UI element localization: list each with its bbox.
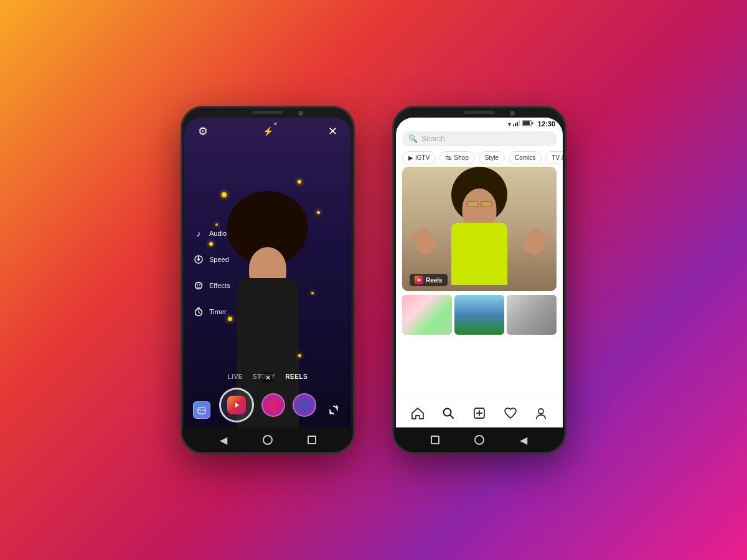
glass-right (481, 201, 492, 207)
right-nav-recent-button[interactable] (430, 434, 441, 446)
svg-line-23 (450, 415, 453, 418)
effect-button-1[interactable] (261, 393, 285, 417)
right-phone: ▾ 12:30 🔍 Search (392, 106, 566, 454)
flip-camera-button[interactable] (325, 401, 342, 419)
svg-rect-18 (519, 120, 520, 126)
sparkle-6 (298, 354, 301, 357)
chip-shop[interactable]: 🛍 Shop (439, 151, 474, 164)
chip-style[interactable]: Style (479, 151, 505, 164)
svg-point-11 (199, 409, 200, 410)
nav-search-icon[interactable] (438, 403, 458, 423)
left-phone-screen: ⚙ ⚡ ✕ ✕ ♪ Audio (184, 118, 351, 427)
sparkle-8 (215, 223, 218, 226)
nav-profile-icon[interactable] (531, 403, 551, 423)
thumbnail-couple[interactable] (454, 295, 504, 335)
flash-off-icon: ✕ (273, 121, 278, 127)
svg-rect-15 (513, 124, 514, 126)
settings-button[interactable]: ⚙ (194, 123, 212, 140)
status-icons: ▾ 12:30 (508, 120, 555, 128)
thumbnail-flowers[interactable] (402, 295, 452, 335)
speed-icon (192, 253, 205, 266)
right-phone-camera-dot (510, 111, 515, 116)
speed-label: Speed (209, 256, 229, 263)
svg-marker-13 (336, 405, 339, 408)
timer-label: Timer (209, 308, 227, 315)
capture-close-badge[interactable]: ✕ (261, 371, 274, 384)
right-nav-home-button[interactable] (474, 434, 485, 446)
sparkle-1 (222, 192, 227, 197)
nav-activity-icon[interactable] (500, 403, 520, 423)
svg-rect-10 (198, 408, 205, 414)
nav-home-icon[interactable] (408, 403, 428, 423)
camera-bottom-controls: LIVE STORY REELS ✕ (184, 371, 351, 427)
search-placeholder: Search (421, 134, 445, 143)
effects-icon (192, 279, 205, 292)
svg-rect-20 (532, 123, 533, 124)
search-icon: 🔍 (408, 134, 418, 143)
thumbnail-skate[interactable] (507, 295, 557, 335)
close-icon: ✕ (328, 124, 337, 138)
svg-point-4 (197, 284, 198, 286)
chip-igtv[interactable]: ▶ IGTV (402, 151, 436, 164)
camera-top-bar: ⚙ ⚡ ✕ ✕ (184, 123, 351, 140)
left-phone: ⚙ ⚡ ✕ ✕ ♪ Audio (181, 106, 355, 454)
right-nav-back-button[interactable]: ◀ (518, 434, 529, 446)
nav-back-button[interactable]: ◀ (218, 434, 229, 446)
mode-live[interactable]: LIVE (228, 373, 243, 380)
svg-rect-16 (515, 123, 516, 126)
close-camera-button[interactable]: ✕ (324, 123, 341, 140)
man-shirt (451, 223, 507, 285)
bottom-nav-bar (396, 398, 563, 427)
nav-home-button[interactable] (262, 434, 273, 446)
settings-icon: ⚙ (198, 124, 208, 138)
effect-button-2[interactable] (293, 393, 316, 417)
video-content (402, 167, 557, 291)
nav-create-icon[interactable] (469, 403, 489, 423)
audio-label: Audio (209, 230, 227, 237)
reels-badge-text: Reels (426, 277, 443, 284)
right-phone-nav-bar: ◀ (394, 427, 565, 452)
sparkle-4 (311, 292, 314, 294)
svg-point-27 (538, 409, 543, 414)
right-phone-speaker (464, 111, 495, 114)
svg-point-5 (199, 284, 200, 286)
glass-left (467, 201, 478, 207)
capture-button[interactable] (219, 388, 254, 422)
flash-icon: ⚡ (263, 126, 273, 136)
chip-igtv-label: IGTV (415, 154, 430, 161)
svg-point-3 (195, 282, 202, 289)
flash-button[interactable]: ⚡ ✕ (259, 123, 276, 140)
effects-control[interactable]: Effects (192, 279, 230, 292)
reels-badge-icon: ▶ (415, 276, 423, 284)
svg-rect-21 (523, 121, 530, 125)
timer-control[interactable]: Timer (192, 305, 230, 319)
chip-comics-label: Comics (515, 154, 535, 161)
timer-icon (192, 305, 205, 319)
chip-tv-movies[interactable]: TV & Movies (545, 151, 563, 164)
capture-row: ✕ (184, 384, 351, 427)
svg-rect-17 (517, 122, 518, 126)
signal-icon (513, 120, 520, 128)
search-box[interactable]: 🔍 Search (402, 131, 557, 146)
sparkle-7 (298, 180, 301, 184)
audio-icon: ♪ (192, 226, 205, 240)
chip-shop-label: Shop (454, 154, 468, 161)
nav-recent-button[interactable] (306, 434, 317, 446)
speed-control[interactable]: Speed (192, 253, 230, 266)
sparkle-2 (317, 211, 320, 214)
search-bar: 🔍 Search (396, 129, 563, 149)
effects-label: Effects (209, 282, 230, 289)
svg-marker-14 (329, 413, 331, 415)
man-glasses (467, 201, 492, 207)
mode-reels[interactable]: REELS (285, 373, 308, 380)
status-time: 12:30 (538, 120, 555, 128)
chip-comics[interactable]: Comics (509, 151, 542, 164)
gallery-thumbnail[interactable] (193, 401, 210, 419)
audio-control[interactable]: ♪ Audio (192, 226, 230, 240)
category-chips: ▶ IGTV 🛍 Shop Style Comics TV & Movies (396, 149, 563, 167)
main-video-player[interactable]: ▶ Reels (402, 167, 557, 291)
thumbnails-row (396, 294, 563, 336)
chip-style-label: Style (485, 154, 499, 161)
phone-camera-dot (298, 111, 303, 116)
chip-tv-label: TV & Movies (552, 154, 563, 161)
